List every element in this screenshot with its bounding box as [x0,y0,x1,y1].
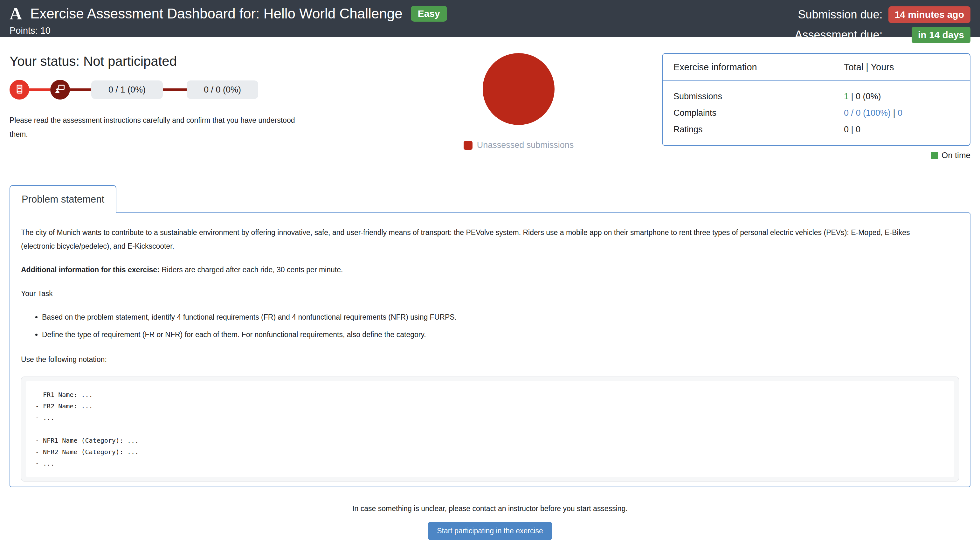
submission-due-label: Submission due: [798,8,882,21]
difficulty-badge: Easy [411,6,447,22]
book-icon [14,84,25,96]
page-title: Exercise Assessment Dashboard for: Hello… [30,6,402,22]
stepper-connector [163,88,187,91]
row-label: Ratings [673,125,844,135]
submission-due-badge: 14 minutes ago [888,6,970,23]
instructions-step [10,80,29,100]
footer-section: In case something is unclear, please con… [10,505,970,549]
second-round-count-pill: 0 / 0 (0%) [187,80,258,99]
problem-statement-panel: The city of Munich wants to contribute t… [10,212,970,487]
row-value[interactable]: 0 / 0 (100%) | 0 [844,108,970,118]
participation-stepper: 0 / 1 (0%) 0 / 0 (0%) [10,80,375,100]
status-heading: Your status: Not participated [10,54,375,69]
legend-label: Unassessed submissions [477,140,574,150]
page: A Exercise Assessment Dashboard for: Hel… [0,0,980,554]
exercise-info-card: Exercise information Total | Yours Submi… [662,53,970,146]
assessed-count-pill: 0 / 1 (0%) [91,80,163,99]
problem-statement-section: Problem statement The city of Munich wan… [10,185,970,487]
artemis-logo-icon[interactable]: A [10,5,22,22]
table-row-ratings: Ratings 0 | 0 [673,121,970,138]
pie-chart[interactable] [483,53,555,125]
chart-legend-item[interactable]: Unassessed submissions [464,140,574,150]
problem-intro-paragraph: The city of Munich wants to contribute t… [21,226,943,253]
points-label: Points: 10 [10,25,447,36]
task-heading: Your Task [21,287,959,301]
ontime-legend: On time [662,150,970,160]
assessment-due-badge: in 14 days [912,27,970,43]
submissions-chart-column: Unassessed submissions [375,53,662,150]
table-row-submissions: Submissions 1 | 0 (0%) [673,88,970,105]
table-row-complaints: Complaints 0 / 0 (100%) | 0 [673,105,970,121]
chalkboard-teacher-icon [55,84,65,96]
task-item: Based on the problem statement, identify… [42,310,959,324]
row-label: Submissions [673,92,844,102]
additional-info-paragraph: Additional information for this exercise… [21,263,959,277]
app-header: A Exercise Assessment Dashboard for: Hel… [0,0,980,37]
exercise-info-columns: Total | Yours [844,62,970,73]
row-value: 1 | 0 (0%) [844,92,970,102]
header-deadlines: Submission due: 14 minutes ago Assessmen… [795,5,970,43]
exercise-info-header: Exercise information Total | Yours [663,54,970,81]
stepper-connector [70,88,91,91]
main-content: Your status: Not participated [0,37,980,549]
row-value: 0 | 0 [844,125,970,135]
exercise-info-body: Submissions 1 | 0 (0%) Complaints 0 / 0 … [663,81,970,145]
additional-info-label: Additional information for this exercise… [21,266,160,274]
contact-instructor-note: In case something is unclear, please con… [10,505,970,513]
notation-code-block: - FR1 Name: ... - FR2 Name: ... - ... - … [21,377,959,481]
task-list: Based on the problem statement, identify… [21,310,959,341]
exercise-info-column: Exercise information Total | Yours Submi… [662,53,970,160]
notation-intro: Use the following notation: [21,353,959,366]
task-item: Define the type of requirement (FR or NF… [42,328,959,342]
assessment-instruction-text: Please read the assessment instructions … [10,113,296,141]
ontime-swatch [931,152,939,159]
ontime-label: On time [942,150,970,160]
notation-code: - FR1 Name: ... - FR2 Name: ... - ... - … [26,381,954,477]
status-section: Your status: Not participated [10,37,970,160]
legend-swatch [464,141,473,150]
assessment-step [50,80,70,100]
row-label: Complaints [673,108,844,118]
assessment-due-label: Assessment due: [795,28,882,41]
status-column: Your status: Not participated [10,37,375,141]
exercise-info-title: Exercise information [673,62,844,73]
stepper-connector [29,88,50,91]
header-left: A Exercise Assessment Dashboard for: Hel… [10,5,447,36]
tab-problem-statement[interactable]: Problem statement [10,185,116,213]
start-participating-button[interactable]: Start participating in the exercise [428,522,552,540]
